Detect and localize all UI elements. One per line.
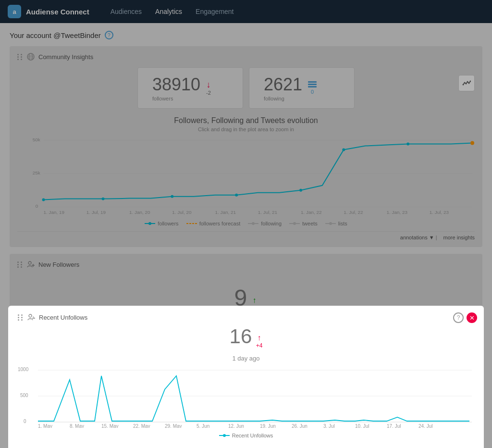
modal-close-button[interactable]: ✕ bbox=[467, 312, 477, 323]
svg-point-51 bbox=[29, 314, 32, 317]
modal-help-button[interactable]: ? bbox=[453, 312, 464, 323]
drag-handle-ru[interactable] bbox=[18, 314, 24, 321]
modal-arrow-up: ↑ bbox=[258, 334, 261, 342]
modal-plus: +4 bbox=[256, 342, 263, 349]
recent-unfollows-modal: Recent Unfollows ? ✕ 16 ↑ +4 1 day ago 1… bbox=[8, 306, 484, 357]
modal-change: ↑ +4 bbox=[256, 334, 263, 349]
modal-overlay[interactable]: Recent Unfollows ? ✕ 16 ↑ +4 1 day ago 1… bbox=[0, 0, 492, 357]
modal-title: Recent Unfollows bbox=[18, 313, 474, 321]
modal-stat: 16 ↑ +4 bbox=[18, 325, 474, 349]
modal-number: 16 bbox=[230, 325, 252, 348]
modal-time: 1 day ago bbox=[18, 354, 474, 357]
recent-unfollows-icon bbox=[27, 313, 35, 321]
